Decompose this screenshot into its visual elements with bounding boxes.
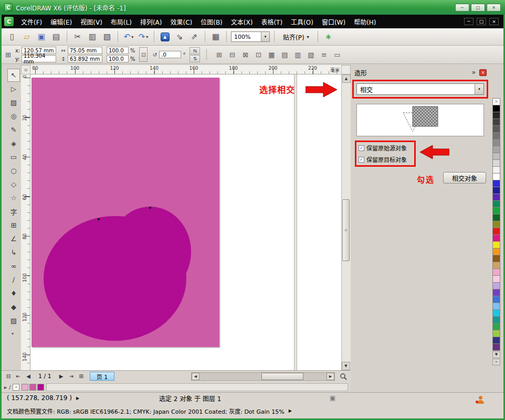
save-button[interactable]: ▣ bbox=[35, 30, 48, 43]
chevron-down-icon[interactable]: ▾ bbox=[475, 84, 483, 94]
canvas-vertical-scrollbar[interactable]: ▲ ≡ ▼ bbox=[341, 74, 351, 370]
doc-minimize-button[interactable]: ─ bbox=[464, 18, 474, 25]
menu-item[interactable]: 表格(T) bbox=[257, 16, 287, 28]
page-sorter-icon[interactable]: ⊟ bbox=[4, 372, 13, 381]
palette-swatch[interactable] bbox=[492, 193, 500, 201]
undo-button[interactable]: ↶▾ bbox=[122, 30, 135, 43]
export-button[interactable]: ⇗ bbox=[188, 30, 201, 43]
mirror-horizontal-button[interactable]: ⇆ bbox=[190, 47, 200, 55]
import-button[interactable]: ⇘ bbox=[173, 30, 186, 43]
chevron-down-icon[interactable]: ▾ bbox=[261, 32, 269, 41]
small-circle-shape[interactable] bbox=[109, 207, 191, 297]
palette-swatch[interactable] bbox=[492, 153, 500, 160]
welcome-screen-button[interactable]: ▦ bbox=[209, 30, 222, 43]
palette-swatch[interactable] bbox=[492, 323, 500, 330]
options-button[interactable]: ∗ bbox=[322, 30, 335, 43]
docker-collapse-icon[interactable]: » bbox=[472, 69, 476, 76]
scale-h-field[interactable]: 100.0 bbox=[107, 47, 129, 54]
propbar-button[interactable]: ▥ bbox=[292, 49, 303, 60]
palette-swatch[interactable] bbox=[492, 296, 500, 303]
propbar-button[interactable]: ⊡ bbox=[252, 49, 264, 60]
scroll-left-button[interactable]: ◀ bbox=[192, 373, 199, 380]
palette-swatch[interactable] bbox=[492, 214, 500, 221]
page-tab[interactable]: 页 1 bbox=[90, 372, 115, 381]
palette-swatch[interactable] bbox=[492, 187, 500, 194]
scale-v-field[interactable]: 100.0 bbox=[107, 55, 129, 62]
menu-item[interactable]: 效果(C) bbox=[166, 16, 196, 28]
table-tool[interactable]: ⊞ bbox=[7, 219, 20, 232]
palette-swatch[interactable] bbox=[492, 343, 500, 351]
menu-item[interactable]: 视图(V) bbox=[76, 16, 107, 28]
menu-item[interactable]: 工具(O) bbox=[287, 16, 318, 28]
object-width-field[interactable]: 75.05 mm bbox=[68, 47, 102, 54]
last-page-button[interactable]: ⇥ bbox=[67, 372, 76, 381]
rectangle-tool[interactable]: ▭ bbox=[7, 150, 20, 164]
eyedropper-tool[interactable]: ∕ bbox=[7, 273, 20, 286]
palette-swatch[interactable] bbox=[492, 180, 500, 187]
propbar-button[interactable]: ▤ bbox=[279, 49, 290, 60]
chevron-down-icon[interactable]: ▾ bbox=[307, 35, 309, 39]
eyedropper-icon[interactable]: ∕ bbox=[9, 384, 10, 390]
rotation-angle-field[interactable]: .0 bbox=[159, 51, 181, 58]
horizontal-scrollbar[interactable]: ◀ ▶ bbox=[191, 372, 335, 381]
blend-tool[interactable]: ∞ bbox=[7, 260, 20, 273]
doc-close-button[interactable]: × bbox=[489, 18, 499, 25]
zoom-level-select[interactable]: 100% ▾ bbox=[231, 31, 270, 42]
docker-close-icon[interactable]: × bbox=[479, 69, 487, 76]
propbar-button[interactable]: ⊠ bbox=[239, 49, 251, 60]
add-page-button[interactable]: ⊞ bbox=[77, 372, 86, 381]
cut-button[interactable]: ✂ bbox=[71, 30, 84, 43]
propbar-button[interactable]: ▭ bbox=[331, 49, 343, 60]
palette-swatch[interactable] bbox=[492, 303, 500, 310]
palette-swatch[interactable] bbox=[492, 125, 500, 133]
fill-tool[interactable]: ◆ bbox=[7, 300, 20, 314]
outline-pen-tool[interactable]: ♦ bbox=[7, 287, 20, 300]
palette-swatch[interactable] bbox=[492, 248, 500, 255]
palette-swatch[interactable] bbox=[492, 241, 500, 249]
polygon-tool[interactable]: ◇ bbox=[7, 178, 20, 191]
palette-swatch[interactable] bbox=[492, 234, 500, 242]
lock-ratio-button[interactable]: ⊡ bbox=[139, 47, 148, 62]
freehand-tool[interactable]: ✎ bbox=[7, 123, 20, 136]
document-palette-handle-icon[interactable]: ▸ bbox=[4, 384, 7, 390]
intersect-with-button[interactable]: 相交对象 bbox=[443, 172, 486, 184]
palette-swatch[interactable] bbox=[492, 316, 500, 324]
previous-page-button[interactable]: ◀ bbox=[24, 372, 33, 381]
crop-tool[interactable]: ▨ bbox=[7, 96, 20, 109]
palette-swatch[interactable] bbox=[492, 228, 500, 235]
palette-expand-button[interactable]: » bbox=[492, 359, 500, 365]
scroll-right-button[interactable]: ▶ bbox=[327, 373, 334, 380]
new-document-button[interactable]: ▯ bbox=[6, 30, 18, 43]
first-page-button[interactable]: ⇤ bbox=[14, 372, 23, 381]
vertical-scroll-thumb[interactable]: ≡ bbox=[342, 199, 350, 261]
palette-swatch[interactable] bbox=[492, 159, 500, 167]
mirror-vertical-button[interactable]: ⇅ bbox=[190, 55, 200, 62]
no-color-swatch[interactable]: ✕ bbox=[492, 98, 500, 105]
palette-swatch[interactable] bbox=[492, 112, 500, 119]
palette-swatch[interactable] bbox=[492, 132, 500, 139]
palette-swatch[interactable] bbox=[492, 166, 500, 174]
menu-item[interactable]: 位图(B) bbox=[196, 16, 227, 28]
palette-swatch[interactable] bbox=[492, 330, 500, 337]
smart-fill-tool[interactable]: ◈ bbox=[7, 137, 20, 150]
y-position-field[interactable]: 110.304 mm bbox=[22, 55, 56, 62]
close-button[interactable]: × bbox=[487, 4, 501, 12]
minimize-button[interactable]: ─ bbox=[455, 4, 469, 12]
scroll-down-button[interactable]: ▼ bbox=[342, 362, 350, 370]
node-marker[interactable] bbox=[149, 207, 151, 209]
ellipse-tool[interactable]: ○ bbox=[7, 164, 20, 177]
connector-tool[interactable]: ↳ bbox=[7, 246, 20, 259]
palette-swatch[interactable] bbox=[492, 105, 500, 112]
palette-swatch[interactable] bbox=[492, 282, 500, 289]
menu-item[interactable]: 帮助(H) bbox=[350, 16, 380, 28]
user-account-icon[interactable] bbox=[477, 396, 484, 404]
palette-swatch[interactable] bbox=[492, 255, 500, 262]
snap-to-button[interactable]: 贴齐(P) ▾ bbox=[279, 31, 313, 42]
palette-scroll-down-button[interactable]: ▼ bbox=[492, 351, 500, 358]
chevron-down-icon[interactable]: ▾ bbox=[131, 35, 133, 39]
propbar-button[interactable]: ≡ bbox=[318, 49, 330, 60]
menu-item[interactable]: 编辑(E) bbox=[46, 16, 76, 28]
palette-swatch[interactable] bbox=[492, 221, 500, 228]
redo-button[interactable]: ↷▾ bbox=[137, 30, 150, 43]
palette-swatch[interactable] bbox=[492, 268, 500, 276]
